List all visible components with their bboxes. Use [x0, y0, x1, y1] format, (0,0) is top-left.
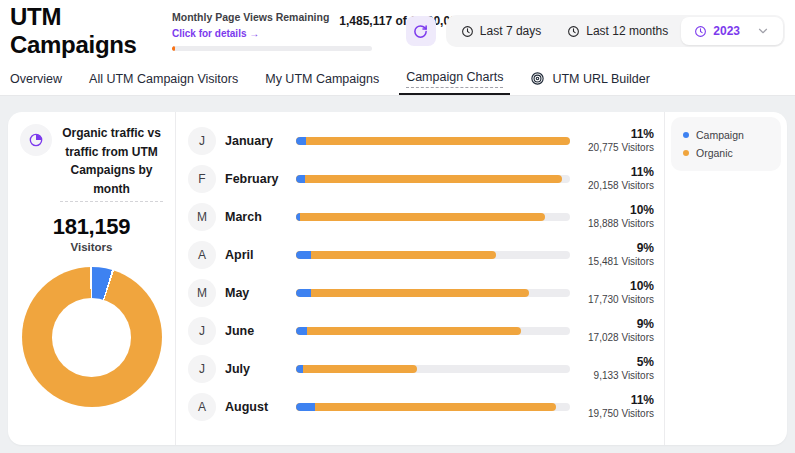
tab-all-utm-campaign-visitors[interactable]: All UTM Campaign Visitors	[89, 62, 238, 95]
refresh-icon	[413, 24, 428, 39]
campaign-percent: 10%	[582, 203, 654, 218]
campaign-percent: 11%	[582, 127, 654, 142]
organic-bar-segment	[296, 365, 417, 373]
month-label: June	[216, 324, 296, 338]
month-row-july: J July 5% 9,133 Visitors	[188, 350, 654, 388]
tab-my-utm-campaigns[interactable]: My UTM Campaigns	[265, 62, 379, 95]
month-label: August	[216, 400, 296, 414]
month-avatar: A	[188, 393, 216, 421]
legend-item-campaign[interactable]: Campaign	[683, 126, 769, 144]
month-row-june: J June 9% 17,028 Visitors	[188, 312, 654, 350]
month-stats: 11% 19,750 Visitors	[582, 393, 654, 421]
month-avatar: M	[188, 279, 216, 307]
campaign-bar-segment	[296, 213, 300, 221]
clock-icon	[567, 25, 580, 38]
month-label: April	[216, 248, 296, 262]
month-avatar: J	[188, 355, 216, 383]
total-visitors-value: 181,159	[20, 214, 163, 240]
month-bar	[296, 175, 570, 183]
usage-labels: Monthly Page Views Remaining Click for d…	[172, 11, 329, 41]
organic-bar-segment	[296, 289, 529, 297]
month-avatar: F	[188, 165, 216, 193]
month-bar	[296, 251, 570, 259]
chevron-down-icon	[756, 24, 770, 38]
campaign-charts-card: Organic traffic vs traffic from UTM Camp…	[8, 112, 787, 445]
month-label: March	[216, 210, 296, 224]
legend-item-organic[interactable]: Organic	[683, 144, 769, 162]
chart-legend: Campaign Organic	[671, 117, 781, 171]
last-7-days-button[interactable]: Last 7 days	[448, 17, 554, 45]
usage-label: Monthly Page Views Remaining	[172, 11, 329, 23]
visitor-count: 15,481 Visitors	[582, 256, 654, 269]
visitor-count: 20,775 Visitors	[582, 142, 654, 155]
organic-dot-icon	[683, 150, 689, 156]
campaign-bar-segment	[296, 365, 303, 373]
month-avatar: J	[188, 317, 216, 345]
organic-bar-segment	[296, 403, 556, 411]
month-label: May	[216, 286, 296, 300]
month-bar	[296, 327, 570, 335]
last-12-months-label: Last 12 months	[586, 24, 668, 38]
summary-panel: Organic traffic vs traffic from UTM Camp…	[8, 112, 176, 445]
main-content: Organic traffic vs traffic from UTM Camp…	[0, 96, 795, 453]
refresh-button[interactable]	[406, 16, 436, 46]
organic-bar-segment	[296, 175, 562, 183]
month-bar	[296, 403, 570, 411]
usage-progress-fill	[172, 46, 175, 51]
month-stats: 11% 20,158 Visitors	[582, 165, 654, 193]
campaign-percent: 11%	[582, 393, 654, 408]
usage-widget: Monthly Page Views Remaining Click for d…	[172, 11, 374, 51]
month-bar	[296, 213, 570, 221]
visitor-count: 9,133 Visitors	[582, 370, 654, 383]
donut-chart	[22, 267, 162, 407]
campaign-bar-segment	[296, 175, 305, 183]
visitor-count: 17,028 Visitors	[582, 332, 654, 345]
header-controls: Last 7 days Last 12 months 2023	[406, 15, 785, 47]
campaign-percent: 5%	[582, 355, 654, 370]
month-label: January	[216, 134, 296, 148]
month-row-april: A April 9% 15,481 Visitors	[188, 236, 654, 274]
tab-overview[interactable]: Overview	[10, 62, 62, 95]
month-row-august: A August 11% 19,750 Visitors	[188, 388, 654, 426]
campaign-bar-segment	[296, 137, 306, 145]
campaign-percent: 9%	[582, 317, 654, 332]
organic-bar-segment	[296, 137, 570, 145]
visitor-count: 17,730 Visitors	[582, 294, 654, 307]
month-row-february: F February 11% 20,158 Visitors	[188, 160, 654, 198]
month-avatar: J	[188, 127, 216, 155]
monthly-bar-chart: J January 11% 20,775 Visitors F February	[176, 112, 665, 445]
month-bar	[296, 289, 570, 297]
tab-campaign-charts[interactable]: Campaign Charts	[406, 62, 503, 95]
usage-progressbar	[172, 46, 372, 51]
date-range-group: Last 7 days Last 12 months 2023	[446, 15, 785, 47]
campaign-percent: 10%	[582, 279, 654, 294]
year-dropdown[interactable]: 2023	[681, 17, 783, 45]
month-avatar: A	[188, 241, 216, 269]
month-row-may: M May 10% 17,730 Visitors	[188, 274, 654, 312]
month-stats: 5% 9,133 Visitors	[582, 355, 654, 383]
last-12-months-button[interactable]: Last 12 months	[554, 17, 681, 45]
month-stats: 9% 15,481 Visitors	[582, 241, 654, 269]
campaign-bar-segment	[296, 289, 311, 297]
organic-bar-segment	[296, 251, 496, 259]
month-row-january: J January 11% 20,775 Visitors	[188, 122, 654, 160]
month-label: July	[216, 362, 296, 376]
visitor-count: 18,888 Visitors	[582, 218, 654, 231]
visitor-count: 19,750 Visitors	[582, 408, 654, 421]
last-7-days-label: Last 7 days	[480, 24, 541, 38]
campaign-dot-icon	[683, 132, 689, 138]
campaign-bar-segment	[296, 251, 311, 259]
clock-icon	[461, 25, 474, 38]
month-label: February	[216, 172, 296, 186]
page-title: UTM Campaigns	[10, 3, 168, 59]
campaign-bar-segment	[296, 327, 307, 335]
visitor-count: 20,158 Visitors	[582, 180, 654, 193]
organic-bar-segment	[296, 327, 521, 335]
tab-bar: Overview All UTM Campaign Visitors My UT…	[0, 62, 795, 96]
month-avatar: M	[188, 203, 216, 231]
usage-details-link[interactable]: Click for details →	[172, 28, 259, 39]
organic-bar-segment	[296, 213, 545, 221]
month-stats: 10% 17,730 Visitors	[582, 279, 654, 307]
web-icon	[530, 71, 545, 86]
tab-utm-url-builder[interactable]: UTM URL Builder	[530, 62, 649, 95]
